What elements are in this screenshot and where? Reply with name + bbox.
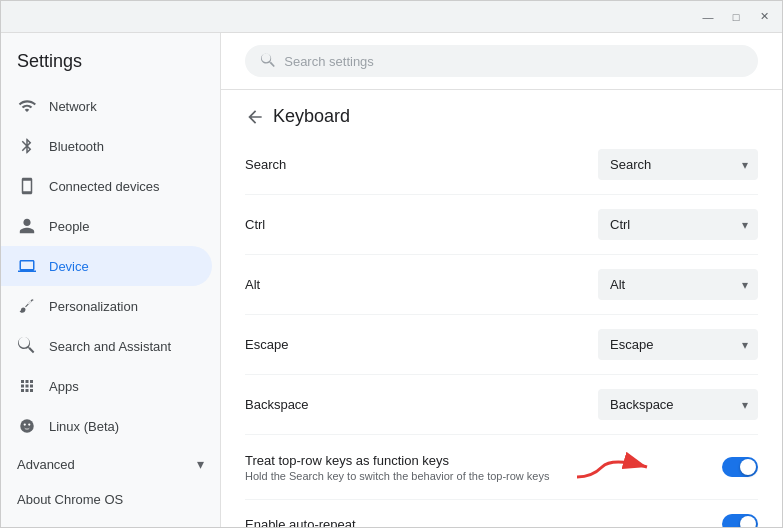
sidebar-item-about[interactable]: About Chrome OS (1, 482, 220, 517)
ctrl-key-select-wrapper: Ctrl Search Alt Escape Backspace Disable… (598, 209, 758, 240)
page-header: Keyboard (221, 90, 782, 135)
sidebar-item-people[interactable]: People (1, 206, 212, 246)
backspace-key-select[interactable]: Backspace Search Ctrl Alt Escape Disable… (598, 389, 758, 420)
sidebar-item-device[interactable]: Device (1, 246, 212, 286)
ctrl-key-select[interactable]: Ctrl Search Alt Escape Backspace Disable… (598, 209, 758, 240)
alt-key-select-wrapper: Alt Search Ctrl Escape Backspace Disable… (598, 269, 758, 300)
content-wrapper: Search Search Ctrl Alt Escape Backspace … (221, 135, 782, 527)
table-row: Ctrl Ctrl Search Alt Escape Backspace Di… (245, 195, 758, 255)
sidebar-label-personalization: Personalization (49, 299, 138, 314)
backspace-key-select-wrapper: Backspace Search Ctrl Alt Escape Disable… (598, 389, 758, 420)
minimize-button[interactable]: — (698, 7, 718, 27)
sidebar-label-apps: Apps (49, 379, 79, 394)
search-bar-container (221, 33, 782, 90)
search-key-select[interactable]: Search Ctrl Alt Escape Backspace Disable… (598, 149, 758, 180)
content-area: Keyboard Search Search Ctrl Alt Escape (221, 33, 782, 527)
window: — □ ✕ Settings Network Bluetooth (0, 0, 783, 528)
auto-repeat-track (722, 514, 758, 527)
sidebar-item-linux[interactable]: Linux (Beta) (1, 406, 212, 446)
function-keys-label: Treat top-row keys as function keys (245, 453, 550, 468)
sidebar-label-linux: Linux (Beta) (49, 419, 119, 434)
search-input[interactable] (284, 54, 742, 69)
toggle-row-top: Treat top-row keys as function keys Hold… (245, 449, 758, 485)
chevron-down-icon: ▾ (197, 456, 204, 472)
titlebar: — □ ✕ (1, 1, 782, 33)
escape-key-select-wrapper: Escape Search Ctrl Alt Backspace Disable… (598, 329, 758, 360)
sidebar-label-device: Device (49, 259, 89, 274)
search-key-select-wrapper: Search Ctrl Alt Escape Backspace Disable… (598, 149, 758, 180)
setting-label-ctrl: Ctrl (245, 217, 265, 232)
sidebar-label-search-assistant: Search and Assistant (49, 339, 171, 354)
laptop-icon (17, 256, 37, 276)
sidebar-item-search-assistant[interactable]: Search and Assistant (1, 326, 212, 366)
table-row: Escape Escape Search Ctrl Alt Backspace … (245, 315, 758, 375)
settings-list: Search Search Ctrl Alt Escape Backspace … (221, 135, 782, 527)
page-title: Keyboard (273, 106, 350, 127)
titlebar-controls: — □ ✕ (698, 7, 774, 27)
person-icon (17, 216, 37, 236)
setting-label-backspace: Backspace (245, 397, 309, 412)
auto-repeat-row: Enable auto-repeat (245, 500, 758, 527)
auto-repeat-toggle[interactable] (722, 514, 758, 527)
alt-key-select[interactable]: Alt Search Ctrl Escape Backspace Disable… (598, 269, 758, 300)
search-bar (245, 45, 758, 77)
arrow-svg (572, 449, 662, 485)
escape-key-select[interactable]: Escape Search Ctrl Alt Backspace Disable… (598, 329, 758, 360)
arrow-indicator (572, 449, 662, 485)
toggle-area (572, 449, 758, 485)
sidebar-label-bluetooth: Bluetooth (49, 139, 104, 154)
sidebar-advanced[interactable]: Advanced ▾ (1, 446, 220, 482)
search-icon (17, 336, 37, 356)
table-row: Backspace Backspace Search Ctrl Alt Esca… (245, 375, 758, 435)
sidebar-label-network: Network (49, 99, 97, 114)
auto-repeat-label: Enable auto-repeat (245, 517, 356, 528)
linux-icon (17, 416, 37, 436)
toggle-knob (740, 459, 756, 475)
sidebar-item-connected-devices[interactable]: Connected devices (1, 166, 212, 206)
close-button[interactable]: ✕ (754, 7, 774, 27)
table-row: Search Search Ctrl Alt Escape Backspace … (245, 135, 758, 195)
toggle-track-on (722, 457, 758, 477)
svg-point-2 (28, 423, 30, 425)
sidebar-item-bluetooth[interactable]: Bluetooth (1, 126, 212, 166)
sidebar-item-network[interactable]: Network (1, 86, 212, 126)
setting-label-alt: Alt (245, 277, 260, 292)
sidebar-item-apps[interactable]: Apps (1, 366, 212, 406)
sidebar: Settings Network Bluetooth Con (1, 33, 221, 527)
advanced-left: Advanced (17, 457, 75, 472)
table-row: Alt Alt Search Ctrl Escape Backspace Dis… (245, 255, 758, 315)
bluetooth-icon (17, 136, 37, 156)
phone-icon (17, 176, 37, 196)
maximize-button[interactable]: □ (726, 7, 746, 27)
search-bar-icon (261, 53, 276, 69)
advanced-label: Advanced (17, 457, 75, 472)
function-keys-label-container: Treat top-row keys as function keys Hold… (245, 453, 550, 482)
wifi-icon (17, 96, 37, 116)
about-label: About Chrome OS (17, 492, 123, 507)
apps-icon (17, 376, 37, 396)
sidebar-label-people: People (49, 219, 89, 234)
sidebar-item-personalization[interactable]: Personalization (1, 286, 212, 326)
auto-repeat-knob (740, 516, 756, 527)
setting-label-search: Search (245, 157, 286, 172)
auto-repeat-top: Enable auto-repeat (245, 514, 758, 527)
brush-icon (17, 296, 37, 316)
function-keys-toggle[interactable] (722, 457, 758, 477)
function-keys-row: Treat top-row keys as function keys Hold… (245, 435, 758, 500)
svg-point-1 (24, 423, 26, 425)
sidebar-title: Settings (1, 41, 220, 86)
sidebar-label-connected-devices: Connected devices (49, 179, 160, 194)
setting-label-escape: Escape (245, 337, 288, 352)
svg-point-0 (20, 419, 34, 433)
function-keys-desc: Hold the Search key to switch the behavi… (245, 470, 550, 482)
main-content: Settings Network Bluetooth Con (1, 33, 782, 527)
back-button[interactable] (245, 107, 265, 127)
